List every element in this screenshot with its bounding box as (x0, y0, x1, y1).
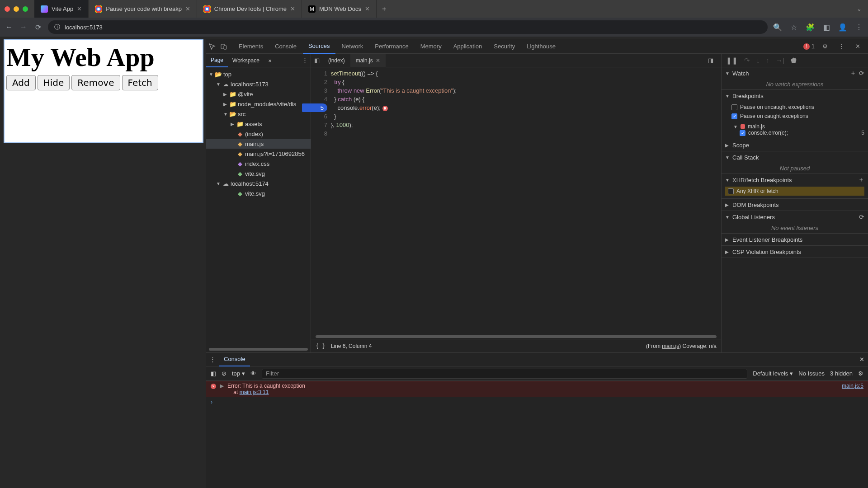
tree-item[interactable]: ◆(index) (206, 129, 311, 139)
tree-item[interactable]: ▶📁@vite (206, 89, 311, 99)
xhr-section-header[interactable]: ▼XHR/fetch Breakpoints ＋ (722, 174, 868, 186)
device-toolbar-icon[interactable] (218, 41, 230, 52)
tree-item[interactable]: ◆vite.svg (206, 169, 311, 178)
side-panel-icon[interactable]: ◧ (822, 23, 831, 32)
close-tab-icon[interactable]: ✕ (376, 57, 380, 64)
tree-item[interactable]: ◆index.css (206, 159, 311, 169)
profile-icon[interactable]: 👤 (838, 23, 847, 32)
tree-item[interactable]: ◆main.js?t=1710692856 (206, 149, 311, 159)
gutter-line[interactable]: 7 (311, 121, 327, 129)
devtools-tab-elements[interactable]: Elements (233, 39, 269, 54)
tree-item[interactable]: ▶📁node_modules/vite/dis (206, 99, 311, 109)
toggle-navigator-icon[interactable]: ◧ (311, 55, 323, 66)
gutter-line[interactable]: 1 (311, 69, 327, 78)
drawer-menu-icon[interactable]: ⋮ (210, 356, 219, 363)
close-tab-icon[interactable]: ✕ (290, 5, 295, 12)
zoom-icon[interactable]: 🔍 (773, 23, 782, 32)
close-tab-icon[interactable]: ✕ (365, 5, 370, 12)
csp-bp-section-header[interactable]: ▶CSP Violation Breakpoints (722, 246, 868, 258)
error-source-link[interactable]: main.js:5 (842, 383, 863, 395)
tree-item[interactable]: ▶📁assets (206, 119, 311, 129)
navigator-workspace-tab[interactable]: Workspace (228, 54, 264, 67)
new-tab-button[interactable]: + (377, 5, 392, 13)
devtools-tab-performance[interactable]: Performance (369, 39, 414, 54)
code-area[interactable]: setTimeout(() => { try { throw new Error… (331, 67, 721, 335)
window-zoom-icon[interactable] (23, 6, 28, 12)
bookmark-icon[interactable]: ☆ (789, 23, 798, 32)
toggle-sidebar-icon[interactable]: ◧ (211, 370, 216, 377)
console-error-row[interactable]: × ▶ Error: This is a caught exception at… (206, 381, 868, 397)
console-tab[interactable]: Console (219, 353, 250, 366)
editor-tab-mainjs[interactable]: main.js ✕ (350, 54, 386, 67)
scope-section-header[interactable]: ▶Scope (722, 139, 868, 151)
close-devtools-icon[interactable]: ✕ (852, 41, 863, 52)
add-xhr-icon[interactable]: ＋ (858, 176, 864, 184)
devtools-tab-console[interactable]: Console (269, 39, 302, 54)
global-listeners-section-header[interactable]: ▼Global Listeners ⟳ (722, 211, 868, 223)
pause-caught-checkbox[interactable]: ✓Pause on caught exceptions (731, 112, 864, 121)
clear-console-icon[interactable]: ⊘ (222, 370, 226, 377)
pretty-print-icon[interactable]: { } (316, 343, 326, 349)
add-button[interactable]: Add (6, 75, 36, 90)
breakpoints-section-header[interactable]: ▼Breakpoints (722, 90, 868, 102)
toggle-debugger-icon[interactable]: ◨ (705, 55, 717, 66)
log-levels-selector[interactable]: Default levels▾ (753, 370, 793, 377)
tree-item[interactable]: ▼📂top (206, 69, 311, 79)
refresh-listeners-icon[interactable]: ⟳ (859, 213, 864, 221)
window-close-icon[interactable] (5, 6, 10, 12)
watch-section-header[interactable]: ▼Watch ＋ ⟳ (722, 67, 868, 79)
pause-uncaught-checkbox[interactable]: Pause on uncaught exceptions (731, 103, 864, 112)
console-settings-icon[interactable]: ⚙ (858, 370, 863, 377)
context-selector[interactable]: top▾ (232, 370, 245, 377)
nav-reload-icon[interactable]: ⟳ (33, 23, 42, 32)
issues-link[interactable]: No Issues (798, 370, 825, 377)
devtools-tab-application[interactable]: Application (448, 39, 488, 54)
refresh-watch-icon[interactable]: ⟳ (859, 70, 864, 77)
navigator-more-icon[interactable]: » (264, 54, 276, 67)
browser-tab[interactable]: Vite App ✕ (34, 0, 89, 18)
gutter-line[interactable]: 8 (311, 129, 327, 138)
browser-tab[interactable]: M MDN Web Docs ✕ (302, 0, 377, 18)
chevron-down-icon[interactable]: ⌄ (857, 5, 868, 12)
window-minimize-icon[interactable] (14, 6, 19, 12)
deactivate-breakpoints-icon[interactable]: ⬟̸ (791, 56, 797, 65)
tree-item[interactable]: ◆vite.svg (206, 188, 311, 198)
editor-scrollbar[interactable] (316, 335, 717, 338)
extensions-icon[interactable]: 🧩 (806, 23, 815, 32)
more-icon[interactable]: ⋮ (835, 41, 847, 52)
gutter-line[interactable]: 4 (311, 95, 327, 103)
tree-item[interactable]: ◆main.js (206, 139, 311, 149)
navigator-menu-icon[interactable]: ⋮ (299, 57, 311, 64)
site-info-icon[interactable]: ⓘ (54, 23, 60, 31)
breakpoint-line[interactable]: ✓ console.error(e); 5 (731, 130, 864, 136)
browser-tab[interactable]: Pause your code with breakp ✕ (89, 0, 197, 18)
fetch-button[interactable]: Fetch (122, 75, 158, 90)
tree-item[interactable]: ▼📂src (206, 109, 311, 119)
event-listener-bp-section-header[interactable]: ▶Event Listener Breakpoints (722, 234, 868, 245)
gutter-line[interactable]: 5 (302, 103, 327, 112)
tree-item[interactable]: ▼☁localhost:5174 (206, 178, 311, 188)
browser-tab[interactable]: Chrome DevTools | Chrome ✕ (197, 0, 302, 18)
dom-bp-section-header[interactable]: ▶DOM Breakpoints (722, 199, 868, 211)
tree-item[interactable]: ▼☁localhost:5173 (206, 79, 311, 89)
add-watch-icon[interactable]: ＋ (850, 69, 856, 77)
gutter-line[interactable]: 2 (311, 78, 327, 86)
remove-button[interactable]: Remove (71, 75, 120, 90)
gutter-line[interactable]: 6 (311, 112, 327, 121)
console-prompt[interactable]: › (206, 397, 868, 407)
devtools-tab-lighthouse[interactable]: Lighthouse (521, 39, 561, 54)
devtools-tab-memory[interactable]: Memory (415, 39, 447, 54)
hidden-count[interactable]: 3 hidden (830, 370, 853, 377)
navigator-page-tab[interactable]: Page (206, 54, 228, 67)
nav-back-icon[interactable]: ← (5, 23, 14, 32)
pause-icon[interactable]: ❚❚ (726, 56, 738, 65)
url-input[interactable]: ⓘ localhost:5173 (48, 20, 768, 34)
devtools-tab-sources[interactable]: Sources (303, 39, 335, 54)
settings-icon[interactable]: ⚙ (819, 41, 831, 52)
devtools-tab-network[interactable]: Network (336, 39, 369, 54)
error-badge-icon[interactable]: ! (803, 43, 810, 50)
close-tab-icon[interactable]: ✕ (185, 5, 190, 12)
console-filter-input[interactable]: Filter (262, 369, 747, 379)
any-xhr-checkbox[interactable]: Any XHR or fetch (725, 187, 864, 196)
navigator-scrollbar[interactable] (209, 348, 308, 351)
